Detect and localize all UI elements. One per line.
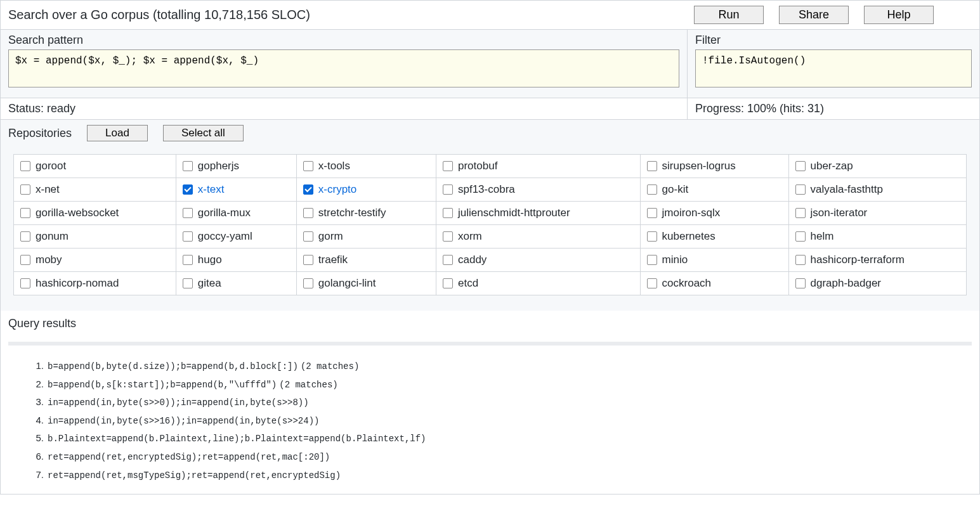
repo-checkbox[interactable] [20,161,30,171]
repo-name[interactable]: cockroach [662,277,711,290]
repo-checkbox[interactable] [183,231,193,242]
repo-checkbox[interactable] [795,231,806,242]
select-all-button[interactable]: Select all [163,125,244,141]
filter-input[interactable] [695,49,972,87]
repo-name[interactable]: go-kit [662,183,689,196]
repo-name[interactable]: gopherjs [198,160,239,172]
repo-name[interactable]: x-tools [318,160,350,172]
repo-checkbox[interactable] [647,184,657,195]
repo-name[interactable]: moby [36,254,62,266]
repo-name[interactable]: gorm [318,230,343,243]
repo-checkbox[interactable] [20,208,30,218]
repo-name[interactable]: hugo [198,254,222,266]
repo-name[interactable]: stretchr-testify [318,207,386,219]
repo-name[interactable]: jmoiron-sqlx [662,207,721,219]
repo-checkbox[interactable] [303,278,313,288]
repo-cell: x-net [14,178,176,202]
result-item[interactable]: 1.b=append(b,byte(d.size));b=append(b,d.… [30,357,972,375]
repo-checkbox[interactable] [20,255,30,265]
result-item[interactable]: 7.ret=append(ret,msgTypeSig);ret=append(… [30,466,972,484]
repo-name[interactable]: sirupsen-logrus [662,160,736,172]
repo-name[interactable]: json-iterator [811,207,868,219]
repo-checkbox[interactable] [443,231,453,242]
repo-checkbox[interactable] [183,208,193,218]
repo-name[interactable]: uber-zap [811,160,853,172]
repo-name[interactable]: x-text [198,183,225,196]
progress-text: Progress: 100% (hits: 31) [688,98,979,119]
repo-checkbox[interactable] [20,184,30,195]
repo-checkbox[interactable] [647,231,657,242]
repo-checkbox[interactable] [303,255,313,265]
repo-checkbox[interactable] [795,255,806,265]
repo-checkbox[interactable] [795,184,806,195]
repo-checkbox[interactable] [443,161,453,171]
repo-name[interactable]: gitea [198,277,221,290]
repo-name[interactable]: goroot [36,160,66,172]
result-item[interactable]: 6.ret=append(ret,encryptedSig);ret=appen… [30,448,972,466]
help-button[interactable]: Help [864,6,934,24]
repo-name[interactable]: hashicorp-nomad [36,277,119,290]
repo-name[interactable]: gonum [36,230,69,243]
repo-cell: cockroach [640,272,788,295]
repo-name[interactable]: kubernetes [662,230,715,243]
repo-name[interactable]: caddy [458,254,487,266]
repo-checkbox[interactable] [303,231,313,242]
repo-checkbox[interactable] [795,161,806,171]
search-pattern-input[interactable] [8,49,679,87]
repo-cell: goroot [14,155,176,178]
page-title: Search over a Go corpus (totalling 10,71… [8,8,694,22]
repo-name[interactable]: etcd [458,277,478,290]
repo-checkbox[interactable] [647,255,657,265]
repo-name[interactable]: julienschmidt-httprouter [458,207,570,219]
repo-name[interactable]: hashicorp-terraform [811,254,905,266]
repo-name[interactable]: spf13-cobra [458,183,515,196]
repo-checkbox[interactable] [20,231,30,242]
repo-name[interactable]: goccy-yaml [198,230,252,243]
repo-cell: etcd [436,272,640,295]
repo-checkbox[interactable] [647,161,657,171]
repo-checkbox[interactable] [183,255,193,265]
header-row: Search over a Go corpus (totalling 10,71… [1,1,979,30]
repo-checkbox[interactable] [303,208,313,218]
repo-checkbox[interactable] [795,278,806,288]
repo-name[interactable]: golangci-lint [318,277,376,290]
repo-name[interactable]: minio [662,254,688,266]
filter-label: Filter [695,34,972,47]
repo-name[interactable]: x-crypto [318,183,356,196]
repo-name[interactable]: gorilla-websocket [36,207,119,219]
repo-name[interactable]: dgraph-badger [811,277,882,290]
repo-name[interactable]: protobuf [458,160,497,172]
result-number: 7. [30,466,44,484]
repo-name[interactable]: valyala-fasthttp [811,183,883,196]
repo-name[interactable]: helm [811,230,834,243]
result-item[interactable]: 3.in=append(in,byte(s>>0));in=append(in,… [30,393,972,411]
repo-checkbox[interactable] [303,184,313,195]
repo-cell: gonum [14,225,176,249]
repo-checkbox[interactable] [443,208,453,218]
repo-name[interactable]: traefik [318,254,348,266]
header-buttons: Run Share Help [694,6,972,24]
run-button[interactable]: Run [694,6,764,24]
repo-checkbox[interactable] [443,184,453,195]
repo-checkbox[interactable] [795,208,806,218]
repo-checkbox[interactable] [183,184,193,195]
load-button[interactable]: Load [87,125,148,141]
table-row: mobyhugotraefikcaddyminiohashicorp-terra… [14,249,967,272]
repo-checkbox[interactable] [183,161,193,171]
repo-checkbox[interactable] [443,278,453,288]
result-item[interactable]: 4.in=append(in,byte(s>>16));in=append(in… [30,411,972,430]
repo-checkbox[interactable] [647,208,657,218]
repo-checkbox[interactable] [183,278,193,288]
repo-name[interactable]: xorm [458,230,482,243]
repo-checkbox[interactable] [303,161,313,171]
repo-cell: moby [14,249,176,272]
repo-checkbox[interactable] [443,255,453,265]
repo-cell: jmoiron-sqlx [640,202,788,225]
repo-name[interactable]: gorilla-mux [198,207,251,219]
result-item[interactable]: 2.b=append(b,s[k:start]);b=append(b,"\uf… [30,375,972,394]
share-button[interactable]: Share [779,6,849,24]
repo-name[interactable]: x-net [36,183,60,196]
repo-checkbox[interactable] [647,278,657,288]
repo-checkbox[interactable] [20,278,30,288]
result-item[interactable]: 5.b.Plaintext=append(b.Plaintext,line);b… [30,429,972,448]
